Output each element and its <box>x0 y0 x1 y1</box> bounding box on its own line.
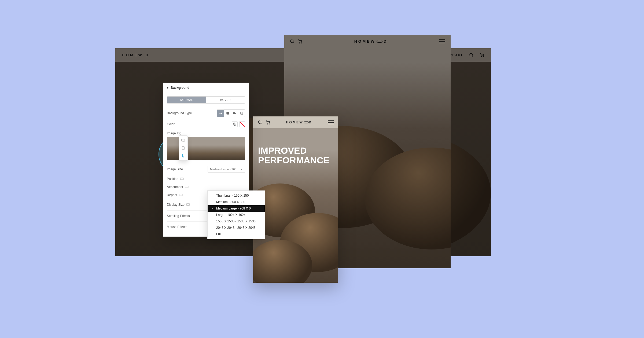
image-size-option[interactable]: 1536 X 1536 - 1536 X 1536 <box>208 218 265 225</box>
global-color-button[interactable] <box>232 121 238 127</box>
tab-normal[interactable]: NORMAL <box>167 97 206 103</box>
state-tabs: NORMAL HOVER <box>167 96 245 104</box>
label-display-size: Display Size <box>167 203 185 207</box>
svg-line-1 <box>472 56 473 57</box>
svg-rect-20 <box>179 194 182 196</box>
desktop-icon[interactable] <box>185 186 189 188</box>
label-bg-type: Background Type <box>167 111 192 115</box>
desktop-icon[interactable] <box>186 203 190 206</box>
desktop-icon[interactable] <box>179 194 183 196</box>
option-label: Large - 1024 X 1024 <box>216 213 245 217</box>
no-color-button[interactable] <box>239 121 245 127</box>
image-size-value: Medium Large - 768 <box>210 168 236 171</box>
search-icon[interactable] <box>290 39 295 44</box>
search-icon[interactable] <box>469 53 474 57</box>
svg-point-10 <box>267 124 268 124</box>
bg-type-video-button[interactable] <box>231 110 238 117</box>
svg-point-3 <box>483 56 483 57</box>
label-image: Image <box>167 131 176 135</box>
option-label: 2048 X 2048 - 2048 X 2048 <box>216 226 256 230</box>
chevron-down-icon <box>241 169 243 170</box>
label-color: Color <box>167 122 175 126</box>
image-size-option[interactable]: Medium Large - 768 X 0 <box>208 205 265 212</box>
cart-icon[interactable] <box>480 53 484 57</box>
option-label: Medium Large - 768 X 0 <box>216 207 251 210</box>
option-label: Medium - 300 X 300 <box>216 200 245 204</box>
device-desktop-button[interactable] <box>179 137 187 144</box>
image-size-option[interactable]: Thumbnail - 150 X 150 <box>208 192 265 199</box>
svg-point-24 <box>183 149 183 149</box>
svg-line-9 <box>261 123 262 124</box>
option-label: Thumbnail - 150 X 150 <box>216 194 249 197</box>
option-label: Full <box>216 232 221 236</box>
hero-line1: IMPROVED <box>258 146 329 156</box>
desktop-icon[interactable] <box>180 178 184 180</box>
bg-type-classic-button[interactable] <box>217 110 224 117</box>
bg-type-buttons <box>217 109 245 117</box>
svg-rect-12 <box>226 112 229 114</box>
cart-icon[interactable] <box>266 120 270 125</box>
image-size-option[interactable]: 2048 X 2048 - 2048 X 2048 <box>208 225 265 231</box>
svg-point-8 <box>258 121 261 124</box>
menu-icon[interactable] <box>439 39 445 43</box>
label-mouse-effects: Mouse Effects <box>167 225 187 229</box>
bg-type-gradient-button[interactable] <box>224 110 231 117</box>
tablet-topbar: HOMEWD <box>284 35 451 48</box>
device-tablet-button[interactable] <box>179 144 187 152</box>
tab-hover[interactable]: HOVER <box>206 97 245 103</box>
panel-section-header[interactable]: Background <box>163 83 249 93</box>
hero-line2: PERFORMANCE <box>258 156 329 165</box>
label-image-size: Image Size <box>167 167 183 171</box>
image-size-option[interactable]: Large - 1024 X 1024 <box>208 212 265 218</box>
hero-heading: IMPROVED PERFORMANCE <box>258 146 329 165</box>
svg-rect-18 <box>180 178 183 180</box>
label-scrolling-effects: Scrolling Effects <box>167 214 190 218</box>
svg-rect-21 <box>186 204 190 205</box>
brand-text: HOMEW D <box>122 53 150 57</box>
row-image: Image <box>167 129 245 136</box>
svg-point-4 <box>290 40 293 43</box>
svg-point-11 <box>269 124 269 124</box>
svg-point-7 <box>301 43 301 43</box>
image-size-dropdown: Thumbnail - 150 X 150 Medium - 300 X 300… <box>207 190 265 239</box>
mobile-preview: HOMEWD IMPROVED PERFORMANCE <box>253 116 338 283</box>
bg-type-slideshow-button[interactable] <box>238 110 245 117</box>
panel-title: Background <box>171 86 189 90</box>
image-size-select[interactable]: Medium Large - 768 <box>208 166 245 173</box>
brand-logo: HOMEWD <box>354 39 388 43</box>
brand-logo: HOMEWD <box>286 120 312 124</box>
search-icon[interactable] <box>257 120 262 125</box>
label-position: Position <box>167 177 178 181</box>
label-attachment: Attachment <box>167 185 183 189</box>
row-image-size: Image Size Medium Large - 768 <box>167 164 245 175</box>
row-attachment: Attachment <box>167 183 245 191</box>
menu-icon[interactable] <box>328 120 334 124</box>
cart-icon[interactable] <box>298 39 303 44</box>
svg-rect-17 <box>180 133 181 134</box>
caret-right-icon <box>167 86 168 89</box>
brand-logo: HOMEW D <box>122 53 150 57</box>
image-size-option[interactable]: Full <box>208 231 265 237</box>
row-background-type: Background Type <box>167 107 245 119</box>
responsive-devices-icon[interactable] <box>177 132 181 135</box>
svg-rect-22 <box>182 139 185 141</box>
svg-point-26 <box>183 156 183 157</box>
svg-point-6 <box>299 43 300 43</box>
image-size-option[interactable]: Medium - 300 X 300 <box>208 199 265 205</box>
device-mobile-button[interactable] <box>179 152 187 159</box>
mobile-topbar: HOMEWD <box>253 116 338 128</box>
svg-rect-13 <box>233 112 235 114</box>
svg-point-2 <box>481 56 482 57</box>
row-position: Position <box>167 175 245 183</box>
svg-line-5 <box>293 42 294 43</box>
svg-point-0 <box>470 53 473 56</box>
row-color: Color <box>167 119 245 129</box>
svg-rect-19 <box>185 186 188 188</box>
responsive-devices-popover <box>179 135 188 161</box>
svg-rect-14 <box>240 112 242 114</box>
label-repeat: Repeat <box>167 193 177 197</box>
option-label: 1536 X 1536 - 1536 X 1536 <box>216 219 256 223</box>
